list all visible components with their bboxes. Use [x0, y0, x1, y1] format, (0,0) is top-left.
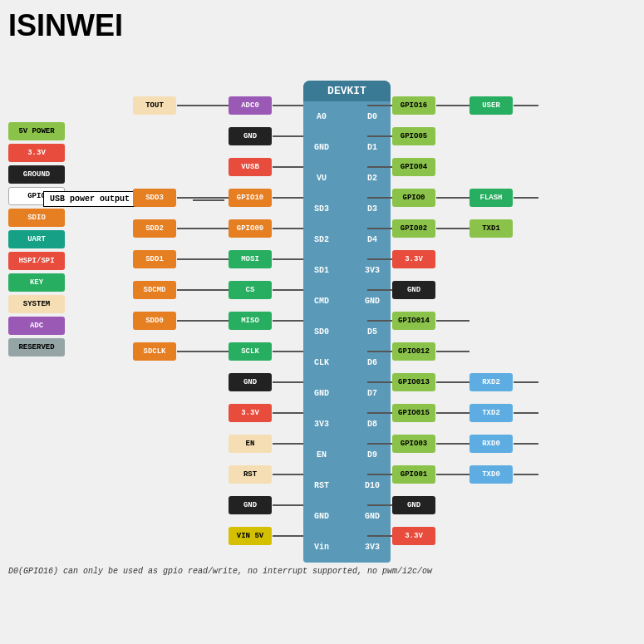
legend-3v3: 3.3V [8, 144, 65, 162]
rline-flash-ext [514, 197, 538, 199]
left-inner-gnd9: GND [229, 373, 272, 391]
chip-left-6: CMD [310, 297, 333, 306]
rline-gpio16 [367, 105, 392, 106]
line-sdcmd [177, 289, 229, 291]
chip-left-4: SD2 [310, 235, 333, 244]
page-title: ISINWEI [8, 8, 636, 43]
right-outer-rxd0: RXD0 [469, 435, 513, 453]
left-outer-sdd0: SDD0 [133, 312, 176, 330]
left-outer-tout: TOUT [133, 96, 176, 115]
left-outer-sdcmd: SDCMD [133, 281, 176, 299]
chip-left-11: EN [310, 450, 333, 460]
line-rst [273, 474, 303, 475]
line-sdd0 [177, 320, 229, 322]
right-inner-gpio014: GPIO014 [392, 312, 435, 330]
line-sdd2 [177, 228, 229, 229]
right-inner-gnd13: GND [392, 496, 435, 514]
line-sclk [273, 351, 303, 352]
rline-3v3-5 [367, 258, 392, 260]
chip-left-3: SD3 [310, 204, 333, 214]
line-vusb [273, 166, 303, 168]
chip-left-1: GND [310, 143, 333, 152]
rline-rxd0 [436, 443, 469, 445]
line-gnd13 [273, 504, 303, 506]
rline-gpio0 [367, 197, 392, 199]
rline-rxd2 [436, 381, 469, 383]
rline-gpio05 [367, 135, 392, 137]
chip-right-2: D2 [361, 174, 384, 183]
usb-power-label: USB power output [43, 191, 136, 207]
right-outer-rxd2: RXD2 [469, 373, 513, 391]
line-gpio10 [273, 197, 303, 199]
left-inner-miso: MISO [229, 312, 272, 330]
chip-left-14: Vin [310, 543, 333, 552]
right-inner-gpio013: GPIO013 [392, 373, 435, 391]
chip-left-12: RST [310, 481, 333, 490]
right-inner-gpio02: GPIO02 [392, 219, 435, 238]
legend-adc: ADC [8, 317, 65, 335]
line-gnd9 [273, 381, 303, 383]
rline-gpio01 [367, 474, 392, 475]
chip-header: DEVKIT [303, 81, 391, 101]
rline-gnd13 [367, 504, 392, 506]
rline-user [436, 105, 469, 106]
legend-hspi: HSPI/SPI [8, 252, 65, 270]
left-inner-rst: RST [229, 465, 272, 484]
chip-left-5: SD1 [310, 266, 333, 275]
chip-left-7: SD0 [310, 327, 333, 337]
right-inner-gpio0: GPIO0 [392, 189, 435, 207]
rline-txd0 [436, 474, 469, 475]
chip-left-0: A0 [310, 112, 333, 121]
chip-right-10: D8 [361, 420, 384, 429]
line-adc0 [273, 105, 303, 106]
right-inner-gpio015: GPIO015 [392, 404, 435, 422]
left-inner-3v3-10: 3.3V [229, 404, 272, 422]
chip-right-3: D3 [361, 204, 384, 214]
right-inner-gpio05: GPIO05 [392, 127, 435, 145]
left-inner-gpio10: GPIO10 [229, 189, 272, 207]
rline-gpio014 [367, 320, 392, 322]
chip-block: DEVKIT A0 D0 GND D1 VU D2 SD3 D3 SD2 D4 [303, 81, 391, 563]
rline-3v3-14 [367, 535, 392, 537]
chip-right-14: 3V3 [361, 543, 384, 552]
left-inner-sclk: SCLK [229, 342, 272, 361]
right-outer-txd0: TXD0 [469, 465, 513, 484]
chip-left-8: CLK [310, 358, 333, 367]
left-inner-vusb: VUSB [229, 158, 272, 176]
chip-right-8: D6 [361, 358, 384, 367]
rline-flash [436, 197, 469, 199]
rline-gpio015 [367, 412, 392, 414]
line-gnd1 [273, 135, 303, 137]
rline-gpio014-ext [436, 320, 469, 322]
rline-gnd6 [367, 289, 392, 291]
left-inner-gnd1: GND [229, 127, 272, 145]
right-outer-txd2: TXD2 [469, 404, 513, 422]
chip-left-2: VU [310, 174, 333, 183]
usb-connector-line [193, 199, 224, 201]
left-inner-adc0: ADC0 [229, 96, 272, 115]
rline-rxd0-ext [514, 443, 538, 445]
chip-left-10: 3V3 [310, 420, 333, 429]
right-inner-3v3-5: 3.3V [392, 250, 435, 268]
chip-right-4: D4 [361, 235, 384, 244]
line-miso [273, 320, 303, 322]
left-inner-gnd13: GND [229, 496, 272, 514]
rline-txd2 [436, 412, 469, 414]
rline-txd1 [436, 228, 469, 229]
line-mosi [273, 258, 303, 260]
line-gpio09 [273, 228, 303, 229]
chip-right-1: D1 [361, 143, 384, 152]
rline-gpio012-ext [436, 351, 469, 352]
legend-uart: UART [8, 230, 65, 248]
right-outer-user: USER [469, 96, 513, 115]
chip-right-6: GND [361, 297, 384, 306]
rline-gpio012 [367, 351, 392, 352]
line-cs [273, 289, 303, 291]
right-inner-gpio16: GPIO16 [392, 96, 435, 115]
line-3v3-10 [273, 412, 303, 414]
rline-gpio03 [367, 443, 392, 445]
legend-key: KEY [8, 273, 65, 292]
left-inner-gpio09: GPIO09 [229, 219, 272, 238]
left-outer-sdd2: SDD2 [133, 219, 176, 238]
chip-right-12: D10 [361, 481, 384, 490]
